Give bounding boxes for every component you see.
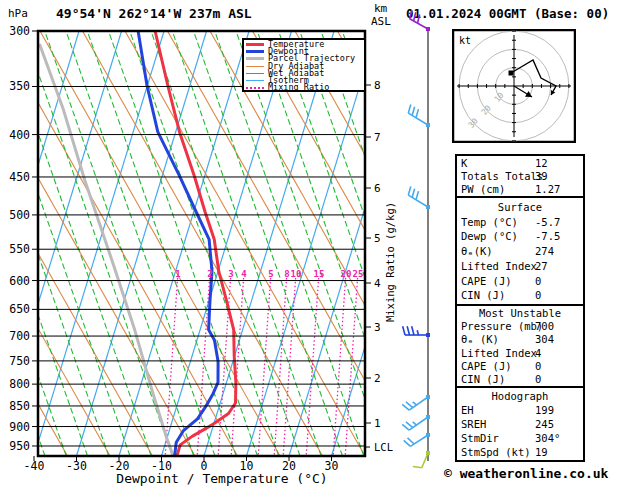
table-row: θₑ(K)274 (457, 245, 583, 257)
temperature-axis: -40-30-20-100102030Dewpoint / Temperatur… (24, 456, 339, 486)
sounding-page: hPa 49°54'N 262°14'W 237m ASL km ASL 01.… (0, 0, 629, 486)
table-row: K12 (457, 157, 583, 169)
wind-barb (403, 326, 430, 337)
row-value: -7.5 (535, 230, 583, 242)
row-label: Lifted Index (461, 347, 535, 359)
row-label: Pressure (mb) (461, 320, 535, 332)
row-value: 304° (535, 432, 583, 444)
table-row: SREH245 (457, 418, 583, 430)
pressure-tick-label: 500 (9, 208, 30, 222)
mixing-ratio-label: 5 (268, 269, 273, 279)
pressure-tick-label: 350 (9, 79, 30, 93)
pressure-tick-label: 800 (9, 377, 30, 391)
table-row: EH199 (457, 404, 583, 416)
altitude-tick-label: 7 (374, 131, 381, 144)
table-row: PW (cm)1.27 (457, 183, 583, 195)
altitude-tick-label: 3 (374, 321, 381, 334)
lcl-label: LCL (374, 441, 393, 453)
pressure-tick-label: 700 (9, 329, 30, 343)
row-label: CAPE (J) (461, 360, 535, 372)
pressure-tick-label: 900 (9, 420, 30, 434)
wind-level-marker (426, 395, 430, 399)
wind-barb (408, 187, 430, 209)
wind-barb (408, 105, 430, 127)
info-box-surface: SurfaceTemp (°C)-5.7Dewp (°C)-7.5θₑ(K)27… (455, 196, 585, 306)
pressure-tick-label: 950 (9, 439, 30, 453)
table-row: Dewp (°C)-7.5 (457, 230, 583, 242)
wind-barb (402, 395, 430, 410)
row-value: 19 (535, 446, 583, 458)
mixing-ratio-label: 25 (353, 269, 364, 279)
row-label: θₑ (K) (461, 333, 535, 345)
wind-level-marker (426, 415, 430, 419)
row-value: 274 (535, 245, 583, 257)
altitude-tick-label: 5 (374, 232, 381, 245)
mixing-ratio-label: 2 (207, 269, 212, 279)
info-box-title: Most Unstable (457, 307, 583, 319)
mixing-ratio-label: 10 (291, 269, 302, 279)
altitude-tick-label: 1 (374, 417, 381, 430)
table-row: Lifted Index4 (457, 347, 583, 359)
legend-swatch-dewpoint (246, 50, 264, 53)
pressure-tick-label: 300 (9, 24, 30, 38)
table-row: CAPE (J)0 (457, 275, 583, 287)
table-row: Temp (°C)-5.7 (457, 216, 583, 228)
legend-swatch-wet-adiabat (246, 73, 264, 74)
row-label: K (461, 157, 535, 169)
pressure-tick-label: 400 (9, 128, 30, 142)
altitude-tick-label: 6 (374, 182, 381, 195)
legend-label: Mixing Ratio (268, 84, 329, 91)
row-label: Temp (°C) (461, 216, 535, 228)
plot-area (0, 31, 470, 457)
table-row: Lifted Index27 (457, 260, 583, 272)
wind-level-marker (426, 123, 430, 127)
mixing-ratio-label: 8 (284, 269, 289, 279)
trace-start-marker (509, 71, 514, 76)
copyright: © weatheronline.co.uk (444, 466, 608, 481)
row-value: 27 (535, 260, 583, 272)
wind-level-marker (426, 451, 430, 455)
info-box-most-unstable: Most UnstablePressure (mb)700θₑ (K)304Li… (455, 304, 585, 388)
row-label: Lifted Index (461, 260, 535, 272)
mixing-ratio-label: 15 (314, 269, 325, 279)
table-row: CAPE (J)0 (457, 360, 583, 372)
mixing-ratio-label: 20 (341, 269, 352, 279)
wind-level-marker (426, 333, 430, 337)
row-value: 700 (535, 320, 583, 332)
legend: TemperatureDewpointParcel TrajectoryDry … (242, 38, 366, 92)
hodograph-unit-label: kt (459, 35, 471, 46)
wind-level-marker (426, 27, 430, 31)
table-row: Pressure (mb)700 (457, 320, 583, 332)
row-value: 245 (535, 418, 583, 430)
wind-barb (413, 451, 430, 468)
temperature-tick-label: -30 (66, 459, 87, 473)
legend-item: Mixing Ratio (246, 84, 364, 91)
pressure-tick-label: 750 (9, 354, 30, 368)
legend-swatch-dry-adiabat (246, 66, 264, 67)
altitude-tick-label: 4 (374, 277, 381, 290)
row-value: 4 (535, 347, 583, 359)
table-row: StmSpd (kt)19 (457, 446, 583, 458)
row-label: StmDir (461, 432, 535, 444)
row-value: 1.27 (535, 183, 583, 195)
table-row: CIN (J)0 (457, 289, 583, 301)
legend-swatch-isotherm (246, 80, 264, 81)
mixing-ratio-label: 3 (228, 269, 233, 279)
row-label: SREH (461, 418, 535, 430)
info-box-indices: K12Totals Totals39PW (cm)1.27 (455, 154, 585, 198)
info-box-title: Surface (457, 201, 583, 213)
row-value: 0 (535, 373, 583, 385)
pressure-tick-label: 550 (9, 242, 30, 256)
wind-barb (410, 10, 430, 31)
skewt-diagram: 3003504004505005506006507007508008509009… (0, 0, 470, 486)
altitude-tick-label: 2 (374, 372, 381, 385)
row-label: Dewp (°C) (461, 230, 535, 242)
info-box-hodograph: HodographEH199SREH245StmDir304°StmSpd (k… (455, 386, 585, 462)
temperature-tick-label: -40 (24, 459, 45, 473)
wind-level-marker (426, 205, 430, 209)
row-label: CIN (J) (461, 289, 535, 301)
wind-barb (402, 415, 430, 430)
row-value: 304 (535, 333, 583, 345)
table-row: Totals Totals39 (457, 170, 583, 182)
row-value: 0 (535, 360, 583, 372)
